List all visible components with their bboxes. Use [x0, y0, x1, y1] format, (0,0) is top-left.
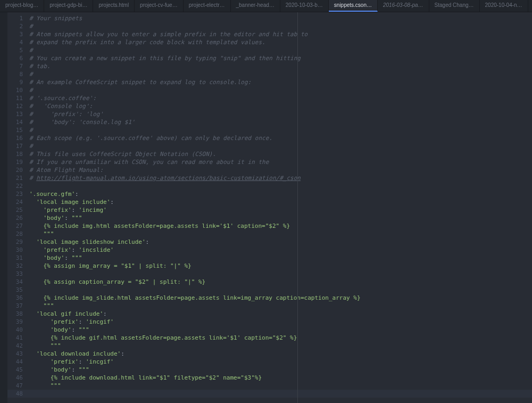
line-number[interactable]: 9 — [7, 78, 28, 86]
line-number[interactable]: 19 — [7, 158, 28, 166]
code-line[interactable]: 'prefix': 'incgif' — [28, 318, 532, 326]
line-number[interactable]: 35 — [7, 286, 28, 294]
code-line[interactable]: {% assign img_array = "$1" | split: "|" … — [28, 262, 532, 270]
line-number[interactable]: 2 — [7, 22, 28, 30]
code-line[interactable]: # '.source.coffee': — [28, 94, 532, 102]
code-line[interactable]: # — [28, 86, 532, 94]
tab-9[interactable]: Staged Chang… — [429, 0, 480, 12]
tab-7[interactable]: snippets.cson… — [329, 0, 378, 12]
tab-0[interactable]: project-blog… — [0, 0, 44, 12]
tab-4[interactable]: project-electr… — [184, 0, 231, 12]
line-number[interactable]: 13 — [7, 110, 28, 118]
code-line[interactable]: {% include download.html link="$1" filet… — [28, 374, 532, 382]
line-number[interactable]: 6 — [7, 54, 28, 62]
line-number[interactable]: 24 — [7, 198, 28, 206]
line-number[interactable]: 43 — [7, 350, 28, 358]
code-line[interactable]: # 'Console log': — [28, 102, 532, 110]
code-line[interactable]: {% include gif.html assetsFolder=page.as… — [28, 334, 532, 342]
code-line[interactable] — [28, 390, 532, 398]
line-number[interactable]: 16 — [7, 134, 28, 142]
code-line[interactable]: # — [28, 46, 532, 54]
code-line[interactable] — [28, 286, 532, 294]
line-number[interactable]: 37 — [7, 302, 28, 310]
line-number[interactable]: 29 — [7, 238, 28, 246]
line-number[interactable]: 38 — [7, 310, 28, 318]
editor-area[interactable]: 1234567891011121314151617181920212223242… — [0, 12, 532, 403]
line-number[interactable]: 15 — [7, 126, 28, 134]
line-number[interactable]: 18 — [7, 150, 28, 158]
code-line[interactable]: # This file uses CoffeeScript Object Not… — [28, 150, 532, 158]
code-line[interactable]: '.source.gfm': — [28, 190, 532, 198]
code-line[interactable]: # If you are unfamiliar with CSON, you c… — [28, 158, 532, 166]
code-line[interactable]: # You can create a new snippet in this f… — [28, 54, 532, 62]
line-number[interactable]: 14 — [7, 118, 28, 126]
code-line[interactable]: 'local gif include': — [28, 310, 532, 318]
code-line[interactable]: """ — [28, 342, 532, 350]
code-line[interactable]: # 'body': 'console.log $1' — [28, 118, 532, 126]
line-number[interactable]: 23 — [7, 190, 28, 198]
line-number[interactable]: 36 — [7, 294, 28, 302]
line-number[interactable]: 1 — [7, 14, 28, 22]
code-line[interactable]: {% include img_slide.html assetsFolder=p… — [28, 294, 532, 302]
tab-1[interactable]: project-gdp-bi… — [44, 0, 93, 12]
line-number[interactable]: 48 — [7, 390, 28, 398]
code-line[interactable]: # — [28, 142, 532, 150]
code-line[interactable]: # An example CoffeeScript snippet to exp… — [28, 78, 532, 86]
code-line[interactable]: 'body': """ — [28, 214, 532, 222]
line-number[interactable]: 21 — [7, 174, 28, 182]
line-number[interactable]: 30 — [7, 246, 28, 254]
code-line[interactable]: {% include img.html assetsFolder=page.as… — [28, 222, 532, 230]
tab-5[interactable]: _banner-head… — [231, 0, 280, 12]
code-line[interactable]: # Atom Flight Manual: — [28, 166, 532, 174]
code-line[interactable]: # expand the prefix into a larger code b… — [28, 38, 532, 46]
code-line[interactable]: """ — [28, 230, 532, 238]
line-number[interactable]: 20 — [7, 166, 28, 174]
line-number[interactable]: 11 — [7, 94, 28, 102]
code-line[interactable]: # tab. — [28, 62, 532, 70]
code-line[interactable]: 'local image include': — [28, 198, 532, 206]
code-line[interactable]: 'body': """ — [28, 326, 532, 334]
line-number[interactable]: 26 — [7, 214, 28, 222]
line-number[interactable]: 4 — [7, 38, 28, 46]
code-line[interactable]: 'local image slideshow include': — [28, 238, 532, 246]
code-line[interactable]: 'body': """ — [28, 366, 532, 374]
line-number[interactable]: 32 — [7, 262, 28, 270]
line-number[interactable]: 8 — [7, 70, 28, 78]
tab-6[interactable]: 2020-10-03-b… — [280, 0, 329, 12]
code-line[interactable]: # 'prefix': 'log' — [28, 110, 532, 118]
line-number[interactable]: 3 — [7, 30, 28, 38]
tab-8[interactable]: 2016-03-08-pa… — [378, 0, 429, 12]
line-number[interactable]: 17 — [7, 142, 28, 150]
code-line[interactable]: # Each scope (e.g. '.source.coffee' abov… — [28, 134, 532, 142]
tab-2[interactable]: projects.html — [93, 0, 135, 12]
code-area[interactable]: # Your snippets## Atom snippets allow yo… — [28, 12, 532, 403]
line-number[interactable]: 33 — [7, 270, 28, 278]
code-line[interactable]: # Your snippets — [28, 14, 532, 22]
code-line[interactable] — [28, 270, 532, 278]
line-number[interactable]: 25 — [7, 206, 28, 214]
code-line[interactable]: # Atom snippets allow you to enter a sim… — [28, 30, 532, 38]
tab-3[interactable]: project-cv-fue… — [135, 0, 184, 12]
line-number[interactable]: 44 — [7, 358, 28, 366]
line-number[interactable]: 28 — [7, 230, 28, 238]
code-line[interactable]: 'body': """ — [28, 254, 532, 262]
code-line[interactable]: 'prefix': 'incimg' — [28, 206, 532, 214]
code-line[interactable]: {% assign caption_array = "$2" | split: … — [28, 278, 532, 286]
line-number[interactable]: 22 — [7, 182, 28, 190]
line-number[interactable]: 46 — [7, 374, 28, 382]
line-number[interactable]: 45 — [7, 366, 28, 374]
line-number[interactable]: 31 — [7, 254, 28, 262]
line-number[interactable]: 47 — [7, 382, 28, 390]
code-line[interactable] — [28, 182, 532, 190]
code-line[interactable]: # — [28, 126, 532, 134]
tab-10[interactable]: 2020-10-04-n… — [480, 0, 528, 12]
code-line[interactable]: 'local download include': — [28, 350, 532, 358]
line-number[interactable]: 27 — [7, 222, 28, 230]
code-line[interactable]: 'prefix': 'incgif' — [28, 358, 532, 366]
code-line[interactable]: """ — [28, 382, 532, 390]
code-line[interactable]: # — [28, 22, 532, 30]
code-line[interactable]: # http://flight-manual.atom.io/using-ato… — [28, 174, 532, 182]
line-number[interactable]: 5 — [7, 46, 28, 54]
line-number[interactable]: 41 — [7, 334, 28, 342]
line-number[interactable]: 12 — [7, 102, 28, 110]
